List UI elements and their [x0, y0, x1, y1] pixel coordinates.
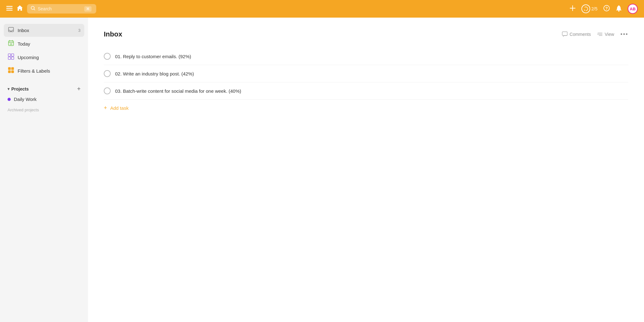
archived-projects-link[interactable]: Archived projects: [4, 105, 84, 115]
svg-rect-19: [11, 57, 14, 59]
upcoming-label: Upcoming: [18, 55, 39, 60]
today-label: Today: [18, 41, 30, 47]
sidebar-item-today[interactable]: 29 Today: [4, 37, 84, 50]
topbar: ⌘ 2/5 ?: [0, 0, 644, 18]
svg-line-4: [34, 9, 35, 10]
sidebar: Inbox 3 29 Today: [0, 18, 88, 322]
page-title: Inbox: [104, 30, 122, 38]
add-task-plus-icon: +: [104, 105, 107, 111]
projects-section: ▾ Projects + Daily Work: [4, 84, 84, 104]
filters-icon: [8, 67, 14, 75]
task-text-1: 01. Reply to customer emails. (92%): [115, 54, 191, 59]
home-button[interactable]: [16, 5, 23, 13]
comments-button[interactable]: Comments: [562, 31, 591, 37]
svg-rect-0: [6, 6, 13, 7]
menu-button[interactable]: [6, 5, 13, 13]
svg-rect-1: [6, 8, 13, 9]
search-icon: [31, 6, 35, 12]
karma-circle: [581, 4, 590, 13]
inbox-label: Inbox: [18, 28, 29, 33]
view-button[interactable]: View: [597, 31, 614, 37]
task-list: 01. Reply to customer emails. (92%) 02. …: [104, 48, 628, 116]
projects-header[interactable]: ▾ Projects +: [4, 84, 84, 94]
projects-label: Projects: [11, 86, 29, 92]
content-header: Inbox Comments View: [104, 30, 628, 38]
sidebar-item-filters[interactable]: Filters & Labels: [4, 64, 84, 77]
svg-rect-22: [8, 70, 11, 73]
svg-point-9: [618, 10, 619, 12]
daily-work-label: Daily Work: [14, 97, 36, 102]
comments-icon: [562, 31, 568, 37]
task-checkbox-2[interactable]: [104, 70, 111, 77]
today-icon: 29: [8, 40, 14, 48]
main-layout: Inbox 3 29 Today: [0, 18, 644, 322]
topbar-left: ⌘: [6, 4, 96, 14]
help-button[interactable]: ?: [603, 5, 610, 13]
table-row[interactable]: 03. Batch-write content for social media…: [104, 82, 628, 100]
avatar[interactable]: AB: [628, 4, 638, 14]
filters-label: Filters & Labels: [18, 68, 50, 74]
sidebar-item-inbox[interactable]: Inbox 3: [4, 24, 84, 37]
sidebar-item-daily-work[interactable]: Daily Work: [4, 94, 84, 104]
task-checkbox-1[interactable]: [104, 53, 111, 60]
karma-counter[interactable]: 2/5: [581, 4, 597, 13]
task-checkbox-3[interactable]: [104, 87, 111, 94]
add-task-label: Add task: [110, 105, 129, 111]
more-options-button[interactable]: •••: [620, 31, 628, 38]
inbox-icon: [8, 26, 14, 34]
svg-rect-2: [6, 10, 13, 11]
svg-text:?: ?: [605, 6, 608, 11]
content-area: Inbox Comments View: [88, 18, 644, 322]
svg-rect-17: [11, 54, 14, 56]
notifications-button[interactable]: [616, 5, 622, 13]
svg-rect-21: [11, 67, 14, 70]
add-button[interactable]: [569, 5, 576, 13]
comments-label: Comments: [569, 32, 591, 37]
table-row[interactable]: 02. Write an industry blog post. (42%): [104, 65, 628, 82]
svg-rect-18: [8, 57, 11, 59]
add-project-button[interactable]: +: [77, 86, 80, 92]
svg-rect-23: [11, 70, 14, 73]
chevron-down-icon: ▾: [8, 87, 9, 91]
task-text-2: 02. Write an industry blog post. (42%): [115, 71, 194, 76]
svg-text:29: 29: [10, 43, 12, 45]
project-dot: [8, 98, 11, 101]
svg-rect-20: [8, 67, 11, 70]
sidebar-item-upcoming[interactable]: Upcoming: [4, 51, 84, 64]
search-bar[interactable]: ⌘: [27, 4, 96, 14]
inbox-badge: 3: [78, 28, 80, 33]
view-label: View: [605, 32, 614, 37]
task-text-3: 03. Batch-write content for social media…: [115, 88, 241, 94]
search-input[interactable]: [38, 6, 82, 11]
svg-rect-24: [562, 32, 567, 36]
table-row[interactable]: 01. Reply to customer emails. (92%): [104, 48, 628, 65]
content-actions: Comments View •••: [562, 31, 628, 38]
upcoming-icon: [8, 53, 14, 61]
add-task-button[interactable]: + Add task: [104, 100, 628, 116]
svg-rect-16: [8, 54, 11, 56]
topbar-right: 2/5 ? AB: [569, 4, 638, 14]
search-shortcut: ⌘: [84, 6, 92, 12]
karma-label: 2/5: [591, 6, 597, 11]
view-icon: [597, 31, 603, 37]
